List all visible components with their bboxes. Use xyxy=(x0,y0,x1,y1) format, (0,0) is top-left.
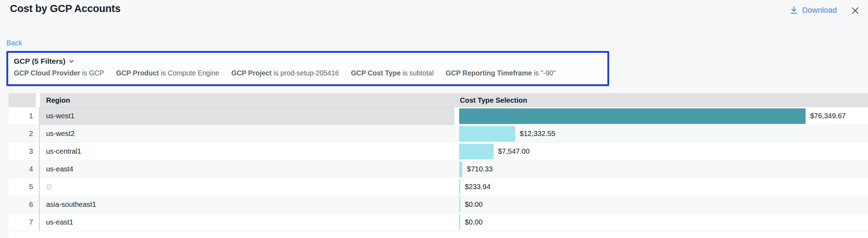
cost-cell[interactable]: $12,332.55 xyxy=(454,125,868,142)
cost-cell[interactable]: $233.94 xyxy=(454,178,868,196)
table-row: 1us-west1$76,349.67 xyxy=(9,107,868,125)
cost-value-label: $233.94 xyxy=(465,183,490,191)
cost-cell[interactable]: $710.33 xyxy=(454,160,868,178)
filter-name: GCP Cost Type xyxy=(351,69,401,77)
page-title: Cost by GCP Accounts xyxy=(10,3,121,15)
cost-cell[interactable]: $0.00 xyxy=(454,214,868,231)
region-cell[interactable]: us-central1 xyxy=(40,143,454,160)
filter-list: GCP Cloud Provider is GCPGCP Product is … xyxy=(14,69,602,77)
region-cell[interactable]: ∅ xyxy=(40,178,454,196)
filter-name: GCP Project xyxy=(231,69,271,77)
cost-value-label: $710.33 xyxy=(467,165,493,173)
cost-cell[interactable]: $0.00 xyxy=(454,196,868,213)
table-row: 7us-east1$0.00 xyxy=(9,214,868,231)
cost-value-label: $0.00 xyxy=(465,218,483,226)
filter-name: GCP Product xyxy=(116,69,159,77)
row-number-cell: 4 xyxy=(9,160,33,178)
row-number-cell: 1 xyxy=(9,107,33,125)
cost-value-label: $12,332.55 xyxy=(520,130,555,138)
filter-name: GCP Cloud Provider xyxy=(14,69,80,77)
cost-bar xyxy=(459,197,460,212)
row-number-cell: 5 xyxy=(9,178,33,196)
table-row: 3us-central1$7,547.00 xyxy=(9,143,868,160)
row-number-column-header xyxy=(9,93,36,107)
filter-summary-label: GCP (5 Filters) xyxy=(14,57,65,66)
filter-item[interactable]: GCP Cloud Provider is GCP xyxy=(14,69,104,77)
filter-panel-highlight: GCP (5 Filters) GCP Cloud Provider is GC… xyxy=(6,51,609,86)
cost-table: Region Cost Type Selection 1us-west1$76,… xyxy=(9,93,868,231)
region-cell[interactable]: us-west2 xyxy=(40,125,454,142)
column-header-region[interactable]: Region xyxy=(40,93,454,107)
close-button[interactable] xyxy=(850,6,860,16)
cost-value-label: $7,547.00 xyxy=(498,147,530,155)
cost-cell[interactable]: $7,547.00 xyxy=(454,143,868,160)
cost-value-label: $76,349.67 xyxy=(810,112,846,120)
filter-item[interactable]: GCP Cost Type is subtotal xyxy=(351,69,434,77)
cost-value-label: $0.00 xyxy=(465,200,483,209)
table-row: 6asia-southeast1$0.00 xyxy=(9,196,868,214)
back-link[interactable]: Back xyxy=(6,39,22,47)
row-number-cell: 2 xyxy=(9,125,33,142)
table-row: 5∅$233.94 xyxy=(9,178,868,196)
download-label: Download xyxy=(802,6,837,15)
table-body: 1us-west1$76,349.672us-west2$12,332.553u… xyxy=(9,107,868,231)
table-left-margin xyxy=(0,93,9,238)
cost-bar xyxy=(459,179,460,195)
table-row: 2us-west2$12,332.55 xyxy=(9,125,868,143)
cost-cell[interactable]: $76,349.67 xyxy=(454,107,868,125)
filter-name: GCP Reporting Timeframe xyxy=(446,69,532,77)
cost-bar xyxy=(459,162,462,177)
row-number-cell: 3 xyxy=(9,143,33,160)
row-number-cell: 6 xyxy=(9,196,33,213)
region-cell[interactable]: us-east1 xyxy=(40,214,454,231)
filter-summary-toggle[interactable]: GCP (5 Filters) xyxy=(14,57,74,66)
chevron-down-icon xyxy=(68,58,74,64)
row-number-divider xyxy=(39,107,40,231)
region-cell[interactable]: us-east4 xyxy=(40,160,454,178)
cost-bar xyxy=(459,144,494,159)
filter-item[interactable]: GCP Project is prod-setup-205416 xyxy=(231,69,339,77)
cost-bar xyxy=(459,108,806,124)
filter-item[interactable]: GCP Product is Compute Engine xyxy=(116,69,219,77)
table-row: 4us-east4$710.33 xyxy=(9,160,868,178)
download-button[interactable]: Download xyxy=(789,6,837,15)
close-icon xyxy=(850,6,860,16)
cost-bar xyxy=(459,215,460,230)
region-cell[interactable]: asia-southeast1 xyxy=(40,196,454,213)
column-header-cost-type-selection[interactable]: Cost Type Selection xyxy=(454,93,868,107)
filter-item[interactable]: GCP Reporting Timeframe is "-90" xyxy=(446,69,556,77)
download-icon xyxy=(789,6,799,15)
row-number-cell: 7 xyxy=(9,214,33,231)
region-cell[interactable]: us-west1 xyxy=(40,107,454,125)
cost-bar xyxy=(459,126,515,142)
